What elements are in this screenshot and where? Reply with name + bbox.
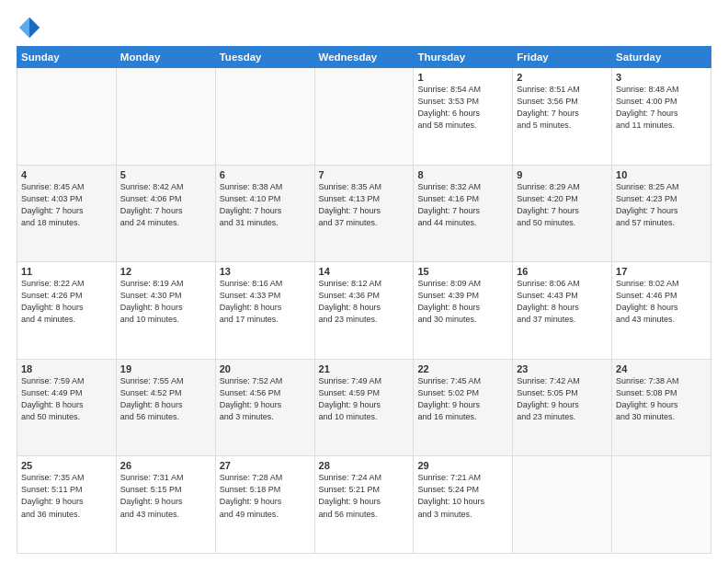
calendar-cell: 9Sunrise: 8:29 AM Sunset: 4:20 PM Daylig… [513,165,612,262]
calendar-cell: 14Sunrise: 8:12 AM Sunset: 4:36 PM Dayli… [314,262,414,360]
day-number: 27 [220,460,311,471]
day-info: Sunrise: 8:48 AM Sunset: 4:00 PM Dayligh… [616,84,707,132]
day-number: 19 [120,363,211,374]
calendar-cell [116,68,215,166]
day-info: Sunrise: 7:55 AM Sunset: 4:52 PM Dayligh… [120,375,211,423]
day-info: Sunrise: 7:31 AM Sunset: 5:15 PM Dayligh… [120,472,211,520]
weekday-row: SundayMondayTuesdayWednesdayThursdayFrid… [17,47,711,68]
day-info: Sunrise: 7:45 AM Sunset: 5:02 PM Dayligh… [417,375,508,423]
day-info: Sunrise: 8:54 AM Sunset: 3:53 PM Dayligh… [417,84,508,132]
calendar-week-2: 11Sunrise: 8:22 AM Sunset: 4:26 PM Dayli… [17,262,711,360]
calendar-cell: 8Sunrise: 8:32 AM Sunset: 4:16 PM Daylig… [414,165,513,262]
day-number: 18 [21,363,112,374]
calendar-cell: 2Sunrise: 8:51 AM Sunset: 3:56 PM Daylig… [513,68,612,166]
day-info: Sunrise: 8:45 AM Sunset: 4:03 PM Dayligh… [21,181,112,229]
day-number: 29 [417,460,508,471]
day-info: Sunrise: 8:22 AM Sunset: 4:26 PM Dayligh… [21,278,112,326]
day-number: 21 [319,363,410,374]
calendar-cell: 10Sunrise: 8:25 AM Sunset: 4:23 PM Dayli… [612,165,711,262]
logo-icon [17,15,42,40]
day-number: 28 [319,460,410,471]
day-number: 12 [120,266,211,277]
calendar-cell [612,456,711,554]
day-info: Sunrise: 7:21 AM Sunset: 5:24 PM Dayligh… [417,472,508,520]
day-info: Sunrise: 7:24 AM Sunset: 5:21 PM Dayligh… [319,472,410,520]
day-info: Sunrise: 7:42 AM Sunset: 5:05 PM Dayligh… [517,375,608,423]
calendar-cell: 18Sunrise: 7:59 AM Sunset: 4:49 PM Dayli… [17,359,117,456]
day-number: 2 [517,72,608,83]
day-info: Sunrise: 7:52 AM Sunset: 4:56 PM Dayligh… [220,375,311,423]
day-info: Sunrise: 8:32 AM Sunset: 4:16 PM Dayligh… [417,181,508,229]
day-number: 7 [319,169,410,180]
day-number: 1 [417,72,508,83]
day-info: Sunrise: 7:35 AM Sunset: 5:11 PM Dayligh… [21,472,112,520]
day-info: Sunrise: 7:59 AM Sunset: 4:49 PM Dayligh… [21,375,112,423]
day-info: Sunrise: 8:42 AM Sunset: 4:06 PM Dayligh… [120,181,211,229]
calendar-cell: 5Sunrise: 8:42 AM Sunset: 4:06 PM Daylig… [116,165,215,262]
day-number: 26 [120,460,211,471]
day-number: 4 [21,169,112,180]
day-info: Sunrise: 8:35 AM Sunset: 4:13 PM Dayligh… [319,181,410,229]
day-number: 13 [220,266,311,277]
calendar-cell: 3Sunrise: 8:48 AM Sunset: 4:00 PM Daylig… [612,68,711,166]
day-number: 24 [616,363,707,374]
day-number: 23 [517,363,608,374]
calendar-cell: 19Sunrise: 7:55 AM Sunset: 4:52 PM Dayli… [116,359,215,456]
calendar-header: SundayMondayTuesdayWednesdayThursdayFrid… [17,47,711,68]
day-info: Sunrise: 8:19 AM Sunset: 4:30 PM Dayligh… [120,278,211,326]
calendar-cell: 13Sunrise: 8:16 AM Sunset: 4:33 PM Dayli… [215,262,314,360]
day-info: Sunrise: 8:38 AM Sunset: 4:10 PM Dayligh… [220,181,311,229]
day-number: 8 [417,169,508,180]
weekday-header-monday: Monday [116,47,215,68]
day-info: Sunrise: 7:49 AM Sunset: 4:59 PM Dayligh… [319,375,410,423]
calendar: SundayMondayTuesdayWednesdayThursdayFrid… [17,46,711,554]
calendar-cell: 12Sunrise: 8:19 AM Sunset: 4:30 PM Dayli… [116,262,215,360]
calendar-cell: 20Sunrise: 7:52 AM Sunset: 4:56 PM Dayli… [215,359,314,456]
day-number: 17 [616,266,707,277]
calendar-cell [215,68,314,166]
calendar-cell: 29Sunrise: 7:21 AM Sunset: 5:24 PM Dayli… [414,456,513,554]
calendar-cell: 4Sunrise: 8:45 AM Sunset: 4:03 PM Daylig… [17,165,117,262]
calendar-cell: 25Sunrise: 7:35 AM Sunset: 5:11 PM Dayli… [17,456,117,554]
day-info: Sunrise: 7:28 AM Sunset: 5:18 PM Dayligh… [220,472,311,520]
page: SundayMondayTuesdayWednesdayThursdayFrid… [0,0,728,563]
calendar-cell: 17Sunrise: 8:02 AM Sunset: 4:46 PM Dayli… [612,262,711,360]
calendar-cell: 16Sunrise: 8:06 AM Sunset: 4:43 PM Dayli… [513,262,612,360]
calendar-cell: 27Sunrise: 7:28 AM Sunset: 5:18 PM Dayli… [215,456,314,554]
calendar-cell: 6Sunrise: 8:38 AM Sunset: 4:10 PM Daylig… [215,165,314,262]
weekday-header-sunday: Sunday [17,47,117,68]
svg-marker-1 [19,17,29,38]
day-number: 10 [616,169,707,180]
day-number: 11 [21,266,112,277]
weekday-header-saturday: Saturday [612,47,711,68]
day-info: Sunrise: 8:06 AM Sunset: 4:43 PM Dayligh… [517,278,608,326]
calendar-week-3: 18Sunrise: 7:59 AM Sunset: 4:49 PM Dayli… [17,359,711,456]
day-number: 25 [21,460,112,471]
day-info: Sunrise: 7:38 AM Sunset: 5:08 PM Dayligh… [616,375,707,423]
calendar-cell: 21Sunrise: 7:49 AM Sunset: 4:59 PM Dayli… [314,359,414,456]
day-number: 5 [120,169,211,180]
day-info: Sunrise: 8:12 AM Sunset: 4:36 PM Dayligh… [319,278,410,326]
day-number: 22 [417,363,508,374]
calendar-cell: 26Sunrise: 7:31 AM Sunset: 5:15 PM Dayli… [116,456,215,554]
day-info: Sunrise: 8:29 AM Sunset: 4:20 PM Dayligh… [517,181,608,229]
day-number: 6 [220,169,311,180]
day-info: Sunrise: 8:51 AM Sunset: 3:56 PM Dayligh… [517,84,608,132]
calendar-cell: 23Sunrise: 7:42 AM Sunset: 5:05 PM Dayli… [513,359,612,456]
calendar-cell: 11Sunrise: 8:22 AM Sunset: 4:26 PM Dayli… [17,262,117,360]
calendar-week-1: 4Sunrise: 8:45 AM Sunset: 4:03 PM Daylig… [17,165,711,262]
weekday-header-thursday: Thursday [414,47,513,68]
header [17,15,711,40]
day-number: 3 [616,72,707,83]
calendar-week-4: 25Sunrise: 7:35 AM Sunset: 5:11 PM Dayli… [17,456,711,554]
calendar-cell: 22Sunrise: 7:45 AM Sunset: 5:02 PM Dayli… [414,359,513,456]
calendar-cell: 7Sunrise: 8:35 AM Sunset: 4:13 PM Daylig… [314,165,414,262]
calendar-cell: 1Sunrise: 8:54 AM Sunset: 3:53 PM Daylig… [414,68,513,166]
day-number: 16 [517,266,608,277]
calendar-week-0: 1Sunrise: 8:54 AM Sunset: 3:53 PM Daylig… [17,68,711,166]
calendar-body: 1Sunrise: 8:54 AM Sunset: 3:53 PM Daylig… [17,68,711,554]
logo [17,15,44,40]
calendar-cell: 28Sunrise: 7:24 AM Sunset: 5:21 PM Dayli… [314,456,414,554]
day-number: 20 [220,363,311,374]
day-info: Sunrise: 8:25 AM Sunset: 4:23 PM Dayligh… [616,181,707,229]
